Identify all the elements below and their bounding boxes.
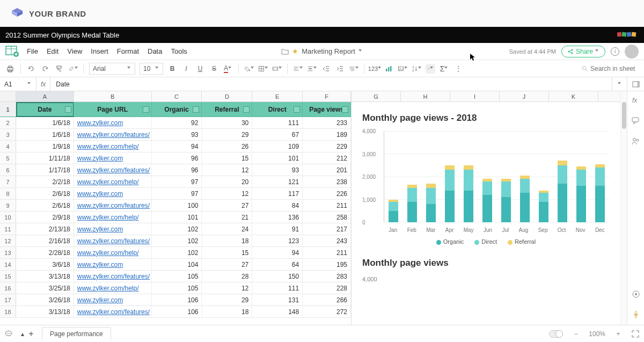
underline-icon[interactable]: U <box>195 64 205 74</box>
table-row[interactable]: 163/25/18www.zylker.com/help/10512111228 <box>0 282 351 294</box>
zoom-out-icon[interactable]: − <box>572 330 580 338</box>
col-header[interactable]: B <box>74 91 152 101</box>
fill-color-icon[interactable] <box>244 64 254 74</box>
table-row[interactable]: 153/13/18www.zylker.com/features/1052815… <box>0 271 351 282</box>
page-url-link[interactable]: www.zylker.com/features/ <box>77 273 150 280</box>
col-header[interactable]: D <box>202 91 252 101</box>
table-row[interactable]: 143/6/18www.zylker.com1042764195 <box>0 259 351 271</box>
redo-icon[interactable] <box>40 64 50 74</box>
page-url-link[interactable]: www.zylker.com/help/ <box>77 143 139 150</box>
undo-icon[interactable] <box>26 64 36 74</box>
avatar[interactable] <box>625 45 639 59</box>
page-url-link[interactable]: www.zylker.com/features/ <box>77 131 150 139</box>
macro-record-icon[interactable] <box>631 289 641 299</box>
insert-image-icon[interactable] <box>398 64 407 74</box>
collaborators-panel-icon[interactable] <box>631 136 641 146</box>
formula-sigma-icon[interactable]: Σ <box>440 64 449 74</box>
page-url-link[interactable]: www.zylker.com <box>77 261 123 268</box>
page-url-link[interactable]: www.zylker.com <box>77 225 123 233</box>
add-sheet-icon[interactable]: + <box>27 330 35 338</box>
page-url-link[interactable]: www.zylker.com <box>77 155 123 162</box>
vertical-scrollbar[interactable] <box>620 91 627 325</box>
page-url-link[interactable]: www.zylker.com/features/ <box>77 202 150 209</box>
menu-edit[interactable]: Edit <box>47 47 58 55</box>
table-row[interactable]: 112/13/18www.zylker.com1022491217 <box>0 223 351 235</box>
v-align-icon[interactable] <box>307 64 317 74</box>
formula-expand-icon[interactable] <box>612 77 627 91</box>
col-header[interactable]: K <box>549 91 598 101</box>
menu-view[interactable]: View <box>67 47 82 55</box>
page-url-link[interactable]: www.zylker.com/help/ <box>77 214 139 221</box>
more-vertical-icon[interactable]: ⋮ <box>453 64 463 74</box>
indent-decrease-icon[interactable] <box>321 64 331 74</box>
chart-monthly-2018[interactable]: 01,0002,0003,0004,000JanFebMarAprMayJunJ… <box>362 131 610 233</box>
page-url-link[interactable]: www.zylker.com/features/ <box>77 237 150 245</box>
strikethrough-icon[interactable]: S <box>209 64 219 74</box>
table-row[interactable]: 31/6/18www.zylker.com/features/932967189 <box>0 129 351 141</box>
italic-icon[interactable]: I <box>181 64 191 74</box>
comments-panel-icon[interactable] <box>631 116 641 126</box>
col-header[interactable]: F <box>303 91 351 101</box>
merge-cells-icon[interactable] <box>272 64 282 74</box>
menu-data[interactable]: Data <box>148 47 162 55</box>
page-url-link[interactable]: www.zylker.com/help/ <box>77 285 139 292</box>
col-header[interactable]: I <box>450 91 500 101</box>
col-header[interactable]: E <box>252 91 303 101</box>
insert-chart-icon[interactable] <box>384 64 393 74</box>
spreadsheet-grid[interactable]: A B C D E F 1DatePage URLOrganicReferral… <box>0 91 352 325</box>
table-row[interactable]: 82/6/18www.zylker.com9712117226 <box>0 188 351 200</box>
search-input[interactable] <box>590 65 639 72</box>
filter-icon[interactable] <box>426 64 435 74</box>
table-row[interactable]: 173/26/18www.zylker.com10629131266 <box>0 294 351 306</box>
page-url-link[interactable]: www.zylker.com/features/ <box>77 166 150 174</box>
print-icon[interactable] <box>5 64 15 74</box>
page-url-link[interactable]: www.zylker.com <box>77 190 123 198</box>
col-header[interactable]: G <box>352 91 401 101</box>
page-url-link[interactable]: www.zylker.com/features/ <box>77 308 150 316</box>
zia-assistant-icon[interactable] <box>631 310 641 319</box>
h-align-icon[interactable] <box>293 64 303 74</box>
number-format-icon[interactable]: 123 <box>370 64 379 74</box>
page-url-link[interactable]: www.zylker.com/help/ <box>77 249 139 257</box>
share-button[interactable]: Share <box>561 46 605 57</box>
formula-input[interactable]: Date <box>50 81 612 88</box>
doc-breadcrumb[interactable]: ★ Marketing Report <box>281 47 363 55</box>
page-url-link[interactable]: www.zylker.com <box>77 119 123 127</box>
page-url-link[interactable]: www.zylker.com/help/ <box>77 178 139 186</box>
text-color-icon[interactable]: A <box>223 64 233 74</box>
table-row[interactable]: 51/11/18www.zylker.com9615101212 <box>0 152 351 164</box>
menu-tools[interactable]: Tools <box>171 47 187 55</box>
col-header[interactable]: H <box>401 91 450 101</box>
side-panel-toggle-icon[interactable] <box>627 77 644 91</box>
name-box[interactable]: A1 <box>0 77 36 91</box>
sheet-nav-up-icon[interactable]: ▴ <box>18 330 27 338</box>
col-header[interactable]: A <box>16 91 74 101</box>
table-row[interactable]: 61/17/18www.zylker.com/features/96129320… <box>0 164 351 176</box>
table-row[interactable]: 72/2/18www.zylker.com/help/9720121238 <box>0 176 351 188</box>
bold-icon[interactable]: B <box>167 64 177 74</box>
font-size-select[interactable]: 10 <box>140 63 163 75</box>
fullscreen-icon[interactable] <box>631 330 640 338</box>
table-row[interactable]: 21/6/18www.zylker.com9230111233 <box>0 117 351 129</box>
clear-format-icon[interactable] <box>68 64 78 74</box>
sort-icon[interactable]: AZ <box>412 64 421 74</box>
fx-panel-icon[interactable]: fx <box>631 96 641 105</box>
chat-icon[interactable] <box>4 330 13 338</box>
info-icon[interactable]: i <box>611 47 619 56</box>
page-url-link[interactable]: www.zylker.com <box>77 296 123 304</box>
toggle-switch[interactable] <box>549 330 563 338</box>
zoom-in-icon[interactable]: + <box>614 330 623 338</box>
table-row[interactable]: 102/9/18www.zylker.com/help/10121136258 <box>0 212 351 223</box>
font-family-select[interactable]: Arial <box>89 63 135 75</box>
format-painter-icon[interactable] <box>54 64 64 74</box>
wrap-text-icon[interactable] <box>349 64 358 74</box>
col-header[interactable]: J <box>500 91 549 101</box>
sheet-tab[interactable]: Page performance <box>42 327 111 340</box>
col-header[interactable]: C <box>152 91 202 101</box>
table-row[interactable]: 183/13/18www.zylker.com/features/1061814… <box>0 306 351 318</box>
indent-increase-icon[interactable] <box>335 64 345 74</box>
menu-insert[interactable]: Insert <box>91 47 108 55</box>
borders-icon[interactable] <box>258 64 268 74</box>
table-row[interactable]: 122/16/18www.zylker.com/features/1021812… <box>0 235 351 247</box>
table-row[interactable]: 92/6/18www.zylker.com/features/100278421… <box>0 200 351 212</box>
